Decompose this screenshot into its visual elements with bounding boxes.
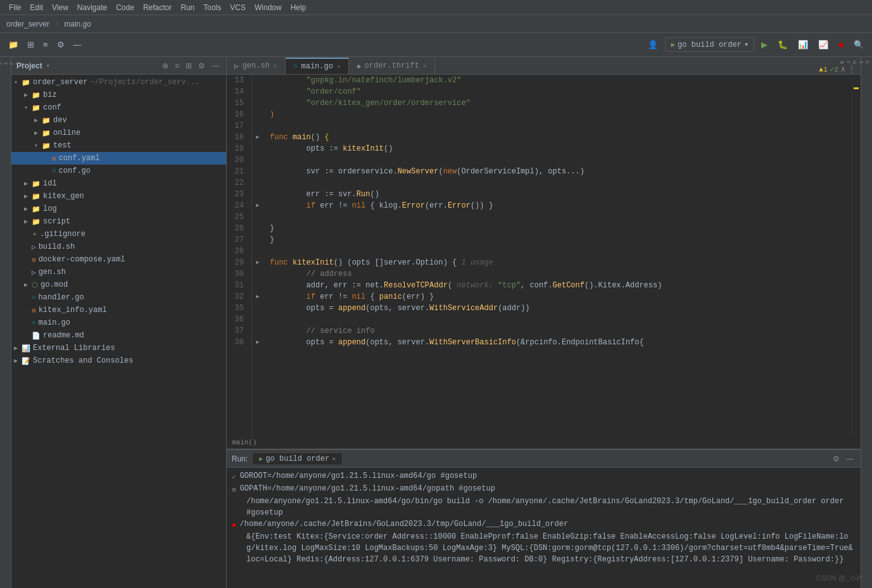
dropdown-icon[interactable]: ▾ (46, 62, 50, 70)
code-line-16: ) (270, 109, 856, 120)
menu-refactor[interactable]: Refactor (139, 2, 175, 13)
panel-settings-btn[interactable]: ⚙ (196, 61, 207, 71)
project-panel: Project ▾ ⊕ ≡ ⊞ ⚙ — ▾ 📁 order_server ~/P… (11, 57, 227, 588)
fold-btn-24[interactable]: ▶ (256, 200, 259, 211)
item-label: conf (43, 103, 61, 112)
tree-item-handler[interactable]: ▶ ○ handler.go (11, 291, 226, 304)
tree-item-conf-yaml[interactable]: ▶ ⚙ conf.yaml (11, 152, 226, 165)
editor-column: ▷ gen.sh ✕ ○ main.go ✕ ◆ order.thrift ✕ … (227, 57, 861, 588)
toolbar-list-btn[interactable]: ≡ (40, 38, 51, 51)
run-minimize-btn[interactable]: — (844, 454, 856, 464)
tree-item-kitex-gen[interactable]: ▶ 📁 kitex_gen (11, 190, 226, 203)
fold-btn-18[interactable]: ▶ (256, 132, 259, 143)
user-icon[interactable]: 👤 (645, 38, 661, 51)
tree-item-gen-sh[interactable]: ▶ ▷ gen.sh (11, 266, 226, 278)
gutter: ▶ ▶ ▶ ▶ (252, 75, 265, 436)
toolbar-profile-btn[interactable]: 📈 (815, 38, 831, 51)
run-tab-close[interactable]: ✕ (332, 455, 336, 463)
tree-root[interactable]: ▾ 📁 order_server ~/Projects/order_serv..… (11, 76, 226, 89)
tree-item-online[interactable]: ▶ 📁 online (11, 127, 226, 139)
tab-close-thrift[interactable]: ✕ (423, 62, 427, 70)
tree-item-scratches[interactable]: ▶ 📝 Scratches and Consoles (11, 354, 226, 367)
item-label: dev (53, 116, 67, 125)
menu-navigate[interactable]: Navigate (73, 2, 111, 13)
item-label: main.go (39, 318, 70, 327)
tab-label: gen.sh (243, 61, 270, 70)
item-label: kitex_info.yaml (39, 306, 107, 315)
fold-btn-29[interactable]: ▶ (256, 257, 259, 268)
run-text-1: GOROOT=/home/anyone/go1.21.5.linux-amd64… (240, 470, 477, 482)
yaml-file-icon: ⚙ (52, 154, 56, 163)
toolbar-stop-btn[interactable]: ■ (835, 38, 847, 51)
menu-code[interactable]: Code (112, 2, 138, 13)
menu-window[interactable]: Window (251, 2, 286, 13)
toolbar-debug-btn[interactable]: 🐛 (774, 38, 791, 51)
run-text-5: &{Env:test Kitex:{Service:order Address:… (246, 531, 856, 565)
tree-item-go-mod[interactable]: ▶ ⬡ go.mod (11, 278, 226, 291)
run-settings-btn[interactable]: ⚙ (831, 454, 842, 464)
panel-collapse-btn[interactable]: ≡ (173, 61, 181, 71)
fold-btn-38[interactable]: ▶ (256, 337, 259, 348)
tree-item-conf[interactable]: ▾ 📁 conf (11, 101, 226, 114)
folder-icon: 📁 (22, 78, 30, 87)
tab-close-gen[interactable]: ✕ (274, 62, 277, 70)
warning-indicator: ▲1 (819, 66, 827, 73)
arrow-icon: ▶ (34, 129, 41, 137)
tree-item-gitignore[interactable]: ▶ ⚬ .gitignore (11, 228, 226, 241)
tab-close-main[interactable]: ✕ (337, 63, 341, 70)
tree-item-build-sh[interactable]: ▶ ▷ build.sh (11, 241, 226, 253)
expand-icon[interactable]: ∧ (841, 65, 845, 74)
menu-view[interactable]: View (48, 2, 72, 13)
arrow-icon: ▾ (14, 78, 20, 86)
menu-vcs[interactable]: VCS (226, 2, 250, 13)
toolbar-coverage-btn[interactable]: 📊 (795, 38, 811, 51)
tree-item-script[interactable]: ▶ 📁 script (11, 215, 226, 228)
menu-help[interactable]: Help (287, 2, 310, 13)
menu-tools[interactable]: Tools (199, 2, 225, 13)
tree-item-kitex-info[interactable]: ▶ ⚙ kitex_info.yaml (11, 304, 226, 316)
toolbar-structure-btn[interactable]: ⊞ (24, 38, 37, 51)
run-text-2: GOPATH=/home/anyone/go1.21.5.linux-amd64… (240, 483, 495, 494)
tree-item-biz[interactable]: ▶ 📁 biz (11, 89, 226, 101)
tree-item-main-go[interactable]: ▶ ○ main.go (11, 316, 226, 329)
tree-item-conf-go[interactable]: ▶ ○ conf.go (11, 165, 226, 177)
code-line-28 (270, 246, 856, 257)
code-line-24: if err != nil { klog.Error(err.Error()) … (270, 200, 856, 211)
panel-config-btn[interactable]: ⊞ (184, 61, 194, 71)
code-line-36 (270, 314, 856, 325)
tree-item-readme[interactable]: ▶ 📄 readme.md (11, 329, 226, 342)
run-config-dropdown[interactable]: ▶ go build order ▾ (665, 37, 754, 52)
menu-run[interactable]: Run (177, 2, 198, 13)
tab-order-thrift[interactable]: ◆ order.thrift ✕ (349, 58, 435, 74)
menu-edit[interactable]: Edit (26, 2, 47, 13)
tree-item-idl[interactable]: ▶ 📁 idl (11, 177, 226, 190)
more-icon[interactable]: ⋮ (848, 65, 856, 74)
md-icon: 📄 (32, 332, 41, 340)
project-sidebar-icon[interactable]: Project (0, 59, 27, 68)
tree-item-log[interactable]: ▶ 📁 log (11, 203, 226, 215)
run-tab[interactable]: ▶ go build order ✕ (253, 453, 342, 465)
go-tab-icon: ○ (293, 63, 298, 70)
tree-item-docker[interactable]: ▶ ⚙ docker-compose.yaml (11, 253, 226, 266)
structure-icon[interactable]: Structure (838, 61, 873, 64)
tree-item-dev[interactable]: ▶ 📁 dev (11, 114, 226, 127)
tab-gen-sh[interactable]: ▷ gen.sh ✕ (227, 58, 286, 74)
tree-item-test[interactable]: ▾ 📁 test (11, 139, 226, 152)
code-line-30: // address (270, 268, 856, 280)
run-text-4: /home/anyone/.cache/JetBrains/GoLand2023… (240, 518, 568, 530)
panel-expand-btn[interactable]: ⊕ (160, 61, 170, 71)
panel-minimize-btn[interactable]: — (210, 61, 221, 71)
toolbar-settings-btn[interactable]: ⚙ (54, 38, 68, 51)
code-line-21: svr := orderservice.NewServer(new(OrderS… (270, 166, 856, 177)
code-line-13: "gopkg.in/natefinch/lumberjack.v2" (270, 75, 856, 86)
code-editor[interactable]: 13 14 15 16 17 18 19 20 21 22 23 24 25 2… (227, 75, 861, 436)
menu-file[interactable]: File (5, 2, 25, 13)
tree-item-ext-libs[interactable]: ▶ 📊 External Libraries (11, 342, 226, 354)
fold-btn-32[interactable]: ▶ (256, 291, 259, 303)
toolbar-search-btn[interactable]: 🔍 (850, 38, 867, 51)
tab-main-go[interactable]: ○ main.go ✕ (286, 58, 349, 74)
arrow-icon: ▶ (24, 91, 30, 99)
toolbar-close-btn[interactable]: — (70, 38, 85, 51)
toolbar-project-btn[interactable]: 📁 (5, 38, 22, 51)
toolbar-run-btn[interactable]: ▶ (758, 38, 771, 51)
